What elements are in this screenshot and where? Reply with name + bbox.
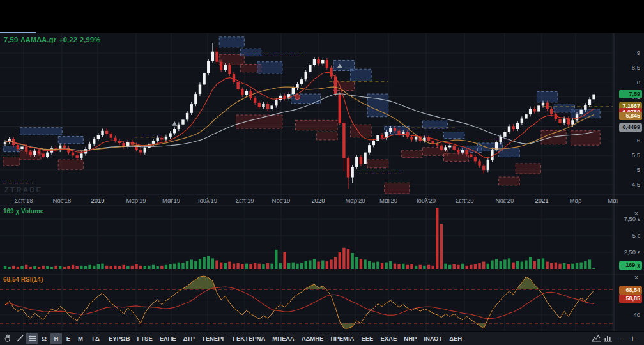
symbol-button-ΝΗΡ[interactable]: ΝΗΡ (401, 333, 420, 344)
line-chart-icon[interactable] (590, 333, 602, 344)
x-axis-label: Μαρ'20 (341, 197, 369, 204)
x-axis-label: Ιουλ'19 (194, 197, 222, 204)
symbol-name: ΛΑΜΔΑ.gr (20, 36, 56, 43)
ztrade-watermark: ZTRADE (4, 186, 43, 194)
trading-app-window: { "quote": {"price":"7,59","symbol":"ΛΑΜ… (0, 0, 644, 345)
price-tick-label: 8,5 (632, 64, 640, 71)
price-tick-label: 5 (637, 166, 640, 173)
price-tick-label: 8 (637, 79, 640, 86)
rsi-badge: 68,54 (619, 286, 642, 295)
price-badge-64499: 6,4499 (619, 123, 642, 132)
price-tick-label: 5,5 (632, 151, 640, 158)
price-change: +0,22 (59, 36, 77, 43)
bar-chart-icon[interactable] (602, 333, 614, 344)
bottom-toolbar: ΩΗΕΜΓΔΕΥΡΩΒFTSEΕΛΠΕΔΤΡΤΕΝΕΡΓΓΕΚΤΕΡΝΑΜΠΕΛ… (0, 331, 644, 345)
x-axis-label: 2020 (304, 197, 332, 204)
price-change-percent: 2,99% (80, 36, 100, 43)
rsi-pane-close-icon[interactable]: × (632, 273, 640, 281)
volume-tick-label: 5 ε (632, 232, 640, 239)
symbol-button-ΔΤΡ[interactable]: ΔΤΡ (180, 333, 198, 344)
chart-canvas[interactable] (0, 33, 644, 331)
price-tick-label: 6 (637, 137, 640, 144)
symbol-button-ΕΧΑΕ[interactable]: ΕΧΑΕ (377, 333, 400, 344)
x-axis-label: 2021 (528, 197, 556, 204)
price-badge-759: 7,59 (619, 90, 642, 98)
volume-pane-title: 169 χ Volume (3, 208, 43, 215)
volume-tick-label: 2,50 ε (624, 249, 640, 256)
timeframe-button-Μ[interactable]: Μ (75, 333, 86, 344)
x-axis-label: Μαι (599, 197, 627, 204)
volume-pane-close-icon[interactable]: × (632, 210, 640, 217)
x-axis-label: Μαρ'19 (122, 197, 150, 204)
x-axis-label: Μαι'20 (374, 197, 402, 204)
quote-line: 7,59ΛΑΜΔΑ.gr+0,222,99% (4, 36, 103, 43)
zoom-out-button[interactable]: − (615, 333, 626, 344)
x-axis-label: Μαι'19 (157, 197, 185, 204)
x-axis-label: Σεπ'19 (231, 197, 259, 204)
symbol-button-ΕΕΕ[interactable]: ΕΕΕ (358, 333, 376, 344)
price-tick-label: 4,5 (632, 181, 640, 188)
rsi-tick-label: 40 (633, 311, 640, 318)
x-axis-label: Μαρ (562, 197, 590, 204)
x-axis-label: Νοε'20 (491, 197, 519, 204)
chart-area[interactable] (0, 33, 644, 331)
timeframe-button-Η[interactable]: Η (50, 333, 62, 344)
last-price: 7,59 (4, 36, 18, 43)
symbol-button-ΕΛΠΕ[interactable]: ΕΛΠΕ (157, 333, 180, 344)
symbol-button-ΙΝΛΟΤ[interactable]: ΙΝΛΟΤ (420, 333, 445, 344)
volume-last-badge: 169 χ (619, 261, 642, 270)
toolbar-right-group: −+ (590, 333, 639, 344)
symbol-button-ΓΔ[interactable]: ΓΔ (87, 333, 105, 344)
levels-tool[interactable] (26, 333, 38, 344)
price-badge-6845: 6,845 (619, 112, 642, 120)
hand-tool[interactable] (2, 333, 13, 344)
timeframe-button-Ω[interactable]: Ω (38, 333, 50, 344)
x-axis-label: Σεπ'18 (10, 197, 38, 204)
price-tick-label: 9 (637, 49, 640, 56)
timeframe-button-Ε[interactable]: Ε (63, 333, 74, 344)
symbol-button-ΤΕΝΕΡΓ[interactable]: ΤΕΝΕΡΓ (199, 333, 229, 344)
rsi-badge: 58,85 (619, 295, 642, 303)
x-axis-label: Σεπ'20 (450, 197, 479, 204)
symbol-button-ΑΔΜΗΕ[interactable]: ΑΔΜΗΕ (298, 333, 327, 344)
symbol-button-ΜΠΕΛΑ[interactable]: ΜΠΕΛΑ (269, 333, 297, 344)
rsi-pane-title: 68,54 RSI(14) (3, 276, 43, 283)
x-axis-label: 2019 (84, 197, 112, 204)
x-axis-label: Νοε'18 (48, 197, 76, 204)
x-axis-label: Νοε'19 (267, 197, 295, 204)
symbol-button-ΠΡΕΜΙΑ[interactable]: ΠΡΕΜΙΑ (327, 333, 357, 344)
symbol-button-FTSE[interactable]: FTSE (134, 333, 156, 344)
symbol-button-ΓΕΚΤΕΡΝΑ[interactable]: ΓΕΚΤΕΡΝΑ (229, 333, 268, 344)
draw-tool[interactable] (14, 333, 26, 344)
zoom-in-button[interactable]: + (627, 333, 638, 344)
symbol-button-ΕΥΡΩΒ[interactable]: ΕΥΡΩΒ (105, 333, 134, 344)
symbol-button-ΔΕΗ[interactable]: ΔΕΗ (446, 333, 465, 344)
x-axis-label: Ιουλ'20 (412, 197, 440, 204)
